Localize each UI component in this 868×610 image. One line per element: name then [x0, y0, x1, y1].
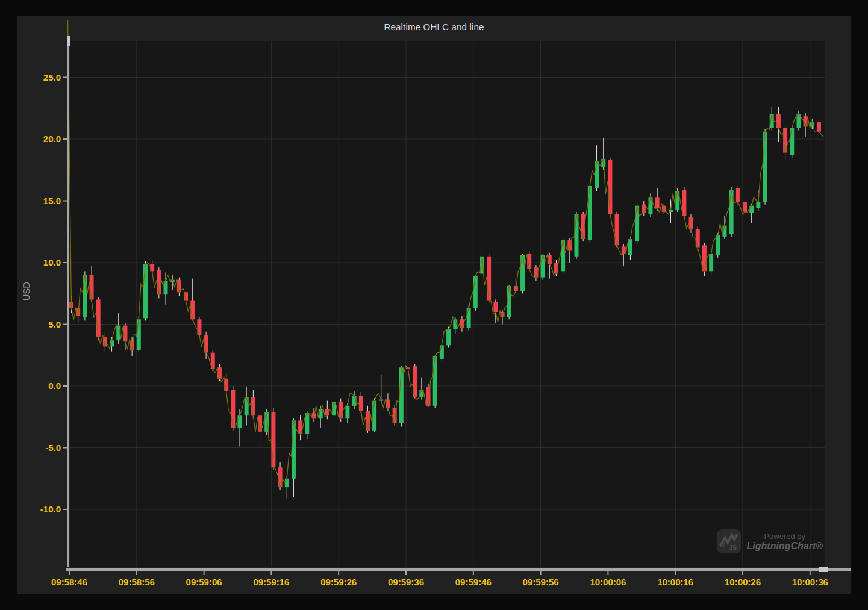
candle-down — [298, 420, 302, 434]
candle-down — [615, 214, 619, 245]
x-tick-label: 10:00:06 — [590, 577, 626, 587]
candle-down — [339, 402, 343, 419]
x-tick-label: 09:59:56 — [523, 577, 559, 587]
series-background[interactable] — [69, 41, 825, 567]
candle-up — [588, 186, 592, 240]
candle-up — [238, 415, 242, 428]
x-tick-label: 10:00:36 — [792, 577, 828, 587]
x-tick-label: 09:58:46 — [51, 577, 87, 587]
y-tick-label: -10.0 — [40, 504, 61, 514]
candle-up — [467, 308, 471, 328]
candle-up — [790, 128, 794, 155]
y-axis-line[interactable] — [67, 39, 69, 567]
candle-up — [345, 406, 349, 419]
candle-down — [655, 197, 660, 208]
x-axis-line[interactable] — [66, 568, 851, 571]
ohlc-chart-plot-area[interactable]: 25.020.015.010.05.00.0-5.0-10.009:58:460… — [17, 16, 851, 594]
candle-up — [595, 161, 599, 188]
candle-down — [743, 202, 747, 212]
candle-up — [446, 329, 451, 346]
candle-down — [413, 366, 417, 397]
lightningchart-logo-icon: JS — [717, 529, 741, 553]
candle-down — [493, 302, 498, 312]
candle-down — [776, 114, 781, 128]
y-tick-label: 5.0 — [48, 319, 61, 329]
chart-panel: Realtime OHLC and line USD 25.020.015.01… — [17, 16, 851, 594]
candle-up — [763, 132, 767, 202]
candle-up — [245, 397, 249, 415]
candle-up — [143, 264, 148, 318]
x-axis-nib[interactable] — [819, 567, 828, 572]
candle-up — [137, 319, 141, 350]
candle-up — [561, 240, 565, 271]
candle-down — [696, 229, 700, 248]
y-tick-label: -5.0 — [45, 443, 61, 453]
candle-up — [756, 202, 760, 208]
y-axis-nib[interactable] — [67, 36, 70, 46]
x-tick-label: 10:00:16 — [657, 577, 693, 587]
candle-up — [749, 206, 754, 213]
candle-down — [817, 122, 821, 131]
candle-down — [271, 412, 275, 467]
candle-up — [83, 275, 87, 317]
x-tick-label: 09:59:36 — [388, 577, 424, 587]
candle-down — [231, 390, 235, 428]
candle-down — [197, 319, 201, 335]
y-tick-label: 15.0 — [43, 196, 61, 206]
lightningchart-watermark[interactable]: JS Powered by LightningChart® — [717, 529, 823, 553]
candle-up — [440, 345, 444, 359]
candle-down — [359, 396, 363, 411]
x-tick-label: 09:59:46 — [455, 577, 492, 587]
candle-up — [164, 281, 168, 295]
watermark-powered-by: Powered by — [747, 532, 823, 541]
candle-up — [433, 356, 437, 406]
candle-up — [628, 239, 632, 255]
candle-down — [689, 217, 693, 229]
candle-down — [736, 188, 740, 202]
candle-up — [709, 254, 713, 272]
candle-up — [716, 235, 720, 255]
logo-js-text: JS — [729, 544, 737, 551]
x-tick-label: 10:00:26 — [725, 577, 761, 587]
x-tick-label: 09:59:16 — [253, 577, 289, 587]
candle-down — [622, 246, 626, 254]
y-tick-label: 25.0 — [43, 72, 61, 82]
watermark-brand: LightningChart® — [747, 541, 823, 552]
candle-up — [285, 479, 289, 487]
x-tick-label: 09:58:56 — [119, 577, 155, 587]
y-tick-label: 0.0 — [48, 381, 61, 391]
x-tick-label: 09:59:06 — [186, 577, 222, 587]
candle-down — [487, 257, 491, 301]
candle-up — [473, 276, 478, 308]
x-tick-label: 09:59:26 — [320, 577, 357, 587]
y-tick-label: 10.0 — [43, 257, 61, 267]
y-tick-label: 20.0 — [43, 134, 61, 144]
